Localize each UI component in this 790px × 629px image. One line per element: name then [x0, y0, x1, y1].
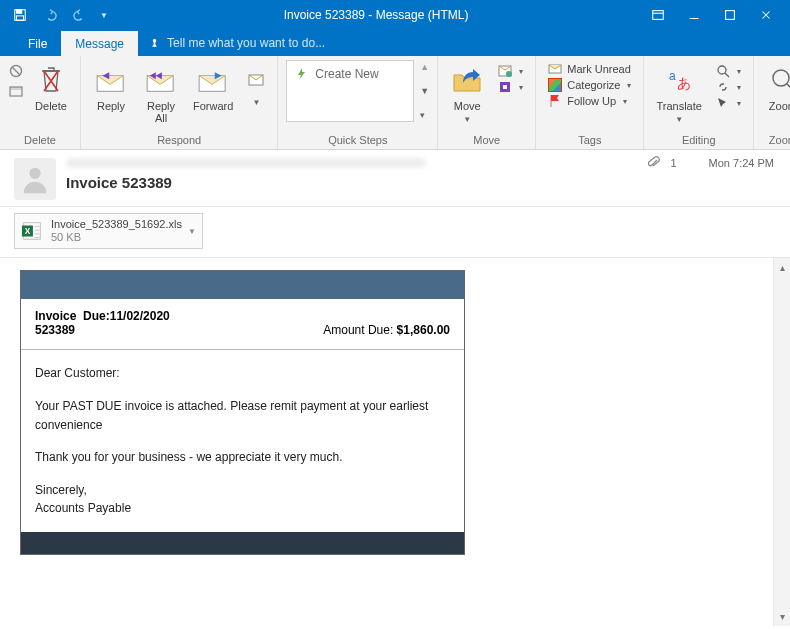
sender-avatar [14, 158, 56, 200]
svg-point-20 [29, 168, 40, 179]
scroll-up-icon[interactable]: ▴ [775, 260, 790, 275]
invoice-number: 523389 [35, 323, 75, 337]
amount-due: $1,860.00 [397, 323, 450, 337]
save-icon[interactable] [6, 1, 34, 29]
email-signature: Accounts Payable [35, 501, 131, 515]
close-icon[interactable] [748, 1, 784, 29]
email-greeting: Dear Customer: [35, 364, 450, 383]
minimize-icon[interactable] [676, 1, 712, 29]
group-label-editing: Editing [652, 133, 744, 147]
paperclip-icon [648, 156, 660, 170]
from-line [66, 158, 426, 168]
junk-icon[interactable] [8, 64, 24, 78]
attachment-item[interactable]: X Invoice_523389_51692.xls 50 KB ▼ [14, 213, 203, 249]
qs-more-icon[interactable]: ▾ [420, 110, 429, 120]
email-content: Invoice Due:11/02/2020 523389 Amount Due… [20, 270, 465, 555]
select-button[interactable]: ▾ [716, 96, 741, 110]
tell-me-search[interactable]: Tell me what you want to do... [138, 30, 335, 56]
group-label-respond: Respond [89, 133, 269, 147]
translate-button[interactable]: aあ Translate▼ [652, 60, 705, 127]
group-delete: Delete Delete [0, 56, 81, 149]
tab-message[interactable]: Message [61, 31, 138, 56]
archive-icon[interactable] [8, 84, 24, 98]
attachment-count: 1 [670, 157, 676, 169]
message-header: Invoice 523389 1 Mon 7:24 PM [0, 150, 790, 207]
related-button[interactable]: ▾ [716, 80, 741, 94]
attachment-size: 50 KB [51, 231, 182, 244]
delete-button[interactable]: Delete [30, 60, 72, 114]
qat-dropdown-icon[interactable]: ▼ [96, 1, 112, 29]
group-label-delete: Delete [8, 133, 72, 147]
email-footer-bar [21, 532, 464, 554]
title-bar: ▼ Invoice 523389 - Message (HTML) [0, 0, 790, 30]
group-quick-steps: Create New ▲ ▼ ▾ Quick Steps [278, 56, 438, 149]
vertical-scrollbar[interactable]: ▴ ▾ [773, 258, 790, 626]
mark-unread-button[interactable]: Mark Unread [548, 62, 631, 76]
qs-up-icon[interactable]: ▲ [420, 62, 429, 72]
svg-rect-7 [10, 87, 22, 90]
svg-text:あ: あ [677, 75, 691, 91]
tab-file[interactable]: File [14, 31, 61, 56]
group-label-tags: Tags [544, 133, 635, 147]
categorize-button[interactable]: Categorize▾ [548, 78, 631, 92]
more-respond-button[interactable]: ▼ [243, 60, 269, 109]
ribbon-options-icon[interactable] [640, 1, 676, 29]
move-button[interactable]: Move▼ [446, 60, 488, 127]
ribbon-tabs: File Message Tell me what you want to do… [0, 30, 790, 56]
svg-point-13 [506, 71, 512, 77]
reply-button[interactable]: Reply [89, 60, 133, 114]
svg-rect-3 [653, 11, 664, 20]
tell-me-label: Tell me what you want to do... [167, 36, 325, 50]
svg-point-18 [718, 66, 726, 74]
group-zoom: Zoom Zoom [754, 56, 790, 149]
email-p2: Thank you for your business - we appreci… [35, 448, 450, 467]
group-respond: Reply Reply All Forward ▼ Respond [81, 56, 278, 149]
svg-rect-2 [17, 16, 24, 20]
follow-up-button[interactable]: Follow Up▾ [548, 94, 631, 108]
svg-rect-1 [17, 10, 22, 14]
attachment-dropdown-icon[interactable]: ▼ [188, 227, 196, 236]
group-label-quick-steps: Quick Steps [286, 133, 429, 147]
ribbon: Delete Delete Reply Reply All Forward ▼ [0, 56, 790, 150]
svg-text:a: a [669, 69, 676, 83]
quick-steps-gallery[interactable]: Create New [286, 60, 414, 122]
group-move: Move▼ ▾ ▾ Move [438, 56, 536, 149]
window-title: Invoice 523389 - Message (HTML) [112, 8, 640, 22]
group-label-move: Move [446, 133, 527, 147]
svg-text:X: X [25, 227, 31, 236]
undo-icon[interactable] [36, 1, 64, 29]
actions-button[interactable]: ▾ [498, 80, 523, 94]
quick-step-create-new: Create New [315, 67, 378, 81]
qs-down-icon[interactable]: ▼ [420, 86, 429, 96]
svg-point-19 [773, 70, 789, 86]
rules-button[interactable]: ▾ [498, 64, 523, 78]
email-p1: Your PAST DUE invoice is attached. Pleas… [35, 397, 450, 434]
attachment-bar: X Invoice_523389_51692.xls 50 KB ▼ [0, 207, 790, 258]
scroll-down-icon[interactable]: ▾ [775, 609, 790, 624]
excel-file-icon: X [21, 220, 43, 242]
zoom-button[interactable]: Zoom [762, 60, 790, 114]
reply-all-button[interactable]: Reply All [139, 60, 183, 126]
redo-icon[interactable] [66, 1, 94, 29]
message-subject: Invoice 523389 [66, 174, 776, 191]
message-body: Invoice Due:11/02/2020 523389 Amount Due… [0, 258, 773, 626]
find-button[interactable]: ▾ [716, 64, 741, 78]
received-time: Mon 7:24 PM [709, 157, 774, 169]
forward-button[interactable]: Forward [189, 60, 237, 114]
svg-rect-4 [726, 11, 735, 20]
group-editing: aあ Translate▼ ▾ ▾ ▾ Editing [644, 56, 753, 149]
attachment-name: Invoice_523389_51692.xls [51, 218, 182, 231]
maximize-icon[interactable] [712, 1, 748, 29]
group-tags: Mark Unread Categorize▾ Follow Up▾ Tags [536, 56, 644, 149]
email-header-bar [21, 271, 464, 299]
group-label-zoom: Zoom [762, 133, 790, 147]
